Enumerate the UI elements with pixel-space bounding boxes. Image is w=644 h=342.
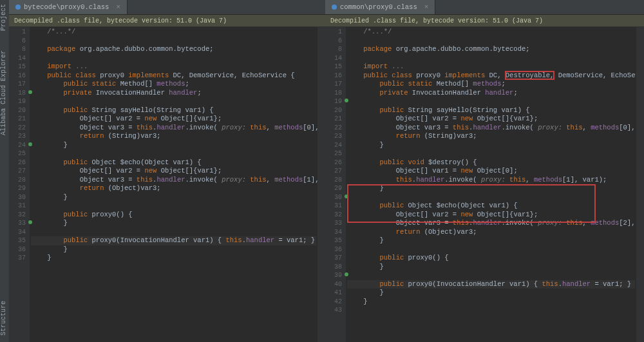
line-number[interactable]: 34: [325, 228, 346, 237]
line-number[interactable]: 24: [325, 141, 346, 150]
line-number[interactable]: 21: [325, 115, 346, 124]
line-number[interactable]: 24: [9, 141, 30, 150]
code-line[interactable]: public void $destroy() {: [347, 158, 635, 167]
code-line[interactable]: public class proxy0 implements DC, Destr…: [347, 71, 635, 81]
code-line[interactable]: }: [347, 289, 635, 298]
code-line[interactable]: public proxy0(InvocationHandler var1) { …: [347, 280, 635, 289]
line-number[interactable]: 36: [9, 245, 30, 254]
line-number[interactable]: 14: [9, 54, 30, 63]
line-number[interactable]: 32: [325, 211, 346, 220]
code-line[interactable]: package org.apache.dubbo.common.bytecode…: [31, 45, 316, 54]
minimap-right[interactable]: [636, 27, 644, 342]
code-line[interactable]: }: [347, 236, 635, 245]
code-line[interactable]: public static Method[] methods;: [31, 80, 316, 89]
code-line[interactable]: Object[] var2 = new Object[]{var1};: [347, 115, 635, 124]
gutter-right[interactable]: 1681415161718192021222324252627282930313…: [325, 27, 346, 342]
code-line[interactable]: [347, 245, 635, 254]
line-number[interactable]: 30: [325, 193, 346, 202]
line-number[interactable]: 15: [325, 62, 346, 71]
minimap-left[interactable]: [317, 27, 325, 342]
code-line[interactable]: return (Object)var3;: [347, 228, 635, 237]
code-line[interactable]: private InvocationHandler handler;: [347, 89, 635, 98]
code-line[interactable]: public String sayHello(String var1) {: [347, 106, 635, 115]
line-number[interactable]: 30: [9, 193, 30, 202]
line-number[interactable]: 8: [9, 45, 30, 54]
line-number[interactable]: 33: [9, 219, 30, 228]
code-line[interactable]: this.handler.invoke( proxy: this, method…: [347, 176, 635, 185]
line-number[interactable]: 8: [325, 45, 346, 54]
code-line[interactable]: }: [31, 219, 316, 228]
code-line[interactable]: [31, 37, 316, 46]
code-line[interactable]: package org.apache.dubbo.common.bytecode…: [347, 45, 635, 54]
line-number[interactable]: 41: [325, 289, 346, 298]
gutter-left[interactable]: 1681415161718192021222324252627282930313…: [9, 27, 30, 342]
line-number[interactable]: 31: [325, 202, 346, 211]
code-line[interactable]: Object var3 = this.handler.invoke( proxy…: [347, 124, 635, 133]
code-line[interactable]: [347, 193, 635, 202]
line-number[interactable]: 19: [9, 97, 30, 106]
code-line[interactable]: return (String)var3;: [347, 132, 635, 141]
close-icon[interactable]: ×: [424, 3, 429, 11]
line-number[interactable]: 34: [9, 228, 30, 237]
code-line[interactable]: [31, 97, 316, 106]
line-number[interactable]: 17: [325, 80, 346, 89]
code-line[interactable]: public Object $echo(Object var1) {: [31, 158, 316, 167]
code-line[interactable]: import ...: [347, 62, 635, 71]
file-tab-right[interactable]: common\proxy0.class ×: [325, 0, 435, 14]
code-line[interactable]: [347, 306, 635, 315]
line-number[interactable]: 27: [325, 167, 346, 176]
code-line[interactable]: Object[] var1 = new Object[0];: [347, 167, 635, 176]
code-line[interactable]: private InvocationHandler handler;: [31, 89, 316, 98]
code-editor-right[interactable]: 1681415161718192021222324252627282930313…: [325, 27, 644, 342]
line-number[interactable]: 38: [325, 263, 346, 272]
line-number[interactable]: 35: [325, 236, 346, 245]
line-number[interactable]: 25: [9, 149, 30, 158]
code-line[interactable]: }: [31, 193, 316, 202]
line-number[interactable]: 26: [325, 158, 346, 167]
code-line[interactable]: [31, 228, 316, 237]
code-line[interactable]: }: [347, 263, 635, 272]
code-line[interactable]: [347, 149, 635, 158]
line-number[interactable]: 23: [325, 132, 346, 141]
line-number[interactable]: 19: [325, 97, 346, 106]
code-body-right[interactable]: /*...*/ package org.apache.dubbo.common.…: [347, 28, 635, 332]
code-line[interactable]: Object var3 = this.handler.invoke( proxy…: [31, 124, 316, 133]
code-line[interactable]: [31, 263, 316, 272]
tool-sidebar[interactable]: Project Alibaba Cloud Explorer Structure: [0, 0, 10, 342]
code-line[interactable]: return (Object)var3;: [31, 184, 316, 193]
line-number[interactable]: 6: [9, 37, 30, 46]
line-number[interactable]: 6: [325, 37, 346, 46]
code-line[interactable]: [31, 54, 316, 63]
code-line[interactable]: public static Method[] methods;: [347, 80, 635, 89]
code-line[interactable]: [31, 149, 316, 158]
structure-tool-label[interactable]: Structure: [0, 301, 7, 336]
line-number[interactable]: 29: [9, 184, 30, 193]
line-number[interactable]: 18: [325, 89, 346, 98]
project-tool-label[interactable]: Project: [0, 4, 7, 31]
line-number[interactable]: 36: [325, 245, 346, 254]
line-number[interactable]: 28: [9, 176, 30, 185]
code-line[interactable]: Object[] var2 = new Object[]{var1};: [31, 167, 316, 176]
code-line[interactable]: [347, 97, 635, 106]
file-tab-left[interactable]: bytecode\proxy0.class ×: [9, 0, 128, 14]
line-number[interactable]: 29: [325, 184, 346, 193]
line-number[interactable]: 16: [325, 71, 346, 81]
line-number[interactable]: 14: [325, 54, 346, 63]
line-number[interactable]: 21: [9, 115, 30, 124]
line-number[interactable]: 20: [9, 106, 30, 115]
code-line[interactable]: }: [347, 298, 635, 307]
line-number[interactable]: 37: [9, 254, 30, 263]
code-editor-left[interactable]: 1681415161718192021222324252627282930313…: [9, 27, 325, 342]
line-number[interactable]: 35: [9, 236, 30, 245]
code-line[interactable]: }: [31, 254, 316, 263]
code-line[interactable]: [347, 323, 635, 332]
code-line[interactable]: [31, 271, 316, 280]
close-icon[interactable]: ×: [116, 3, 120, 11]
code-line[interactable]: Object[] var2 = new Object[]{var1};: [31, 115, 316, 124]
code-line[interactable]: public Object $echo(Object var1) {: [347, 202, 635, 211]
code-line[interactable]: import ...: [31, 62, 316, 71]
line-number[interactable]: 32: [9, 211, 30, 220]
code-line[interactable]: return (String)var3;: [31, 132, 316, 141]
code-line[interactable]: [347, 37, 635, 46]
cloud-explorer-label[interactable]: Alibaba Cloud Explorer: [0, 50, 7, 135]
